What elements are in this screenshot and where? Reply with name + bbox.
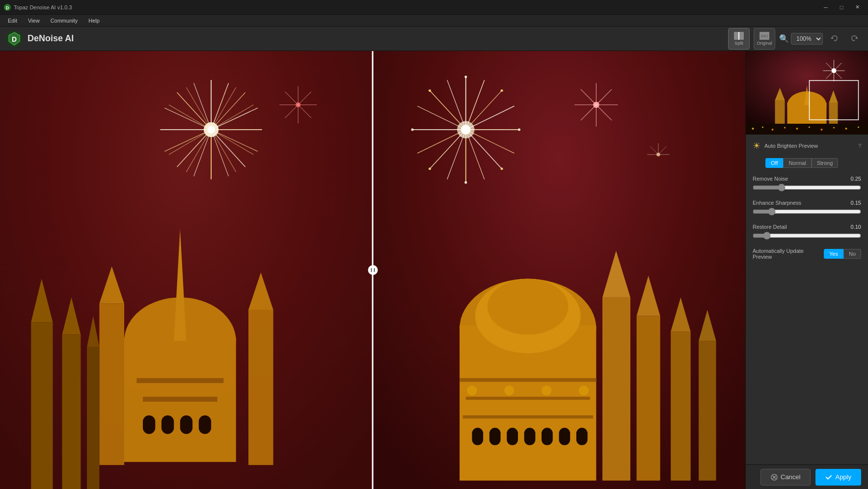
svg-point-154 <box>429 167 431 170</box>
logo-icon: D <box>6 30 23 47</box>
app-toolbar: D DeNoise AI Split IMG Original 🔍 100% 5… <box>0 27 868 51</box>
svg-point-202 <box>832 68 837 73</box>
split-handle[interactable] <box>368 265 378 275</box>
svg-rect-98 <box>507 428 518 445</box>
restore-detail-header: Restore Detail 0.10 <box>753 224 861 230</box>
cancel-button[interactable]: Cancel <box>760 469 811 486</box>
toolbar-right: Split IMG Original 🔍 100% 50% 150% 200% <box>728 28 862 50</box>
undo-icon <box>830 34 839 43</box>
svg-rect-25 <box>199 415 211 434</box>
menu-edit[interactable]: Edit <box>3 17 22 25</box>
svg-rect-94 <box>466 397 590 400</box>
svg-rect-105 <box>637 316 660 481</box>
remove-noise-header: Remove Noise 0.25 <box>753 176 861 182</box>
svg-rect-22 <box>143 415 155 434</box>
svg-rect-28 <box>62 335 81 489</box>
auto-update-label: Automatically Update Preview <box>753 248 824 260</box>
brighten-strong-button[interactable]: Strong <box>812 158 838 168</box>
svg-point-153 <box>464 181 467 184</box>
svg-text:D: D <box>12 35 17 43</box>
svg-rect-107 <box>671 331 690 481</box>
svg-rect-182 <box>746 124 868 135</box>
svg-point-158 <box>461 125 470 134</box>
zoom-icon: 🔍 <box>779 34 789 43</box>
svg-point-111 <box>467 385 477 395</box>
svg-point-150 <box>501 89 503 92</box>
title-bar: D Topaz Denoise AI v1.0.3 ─ □ ✕ <box>0 0 868 15</box>
svg-rect-103 <box>602 298 630 481</box>
svg-point-112 <box>504 385 514 395</box>
auto-update-yes-button[interactable]: Yes <box>824 249 843 259</box>
brighten-off-button[interactable]: Off <box>765 158 783 168</box>
svg-point-152 <box>501 167 503 170</box>
canvas-area[interactable] <box>0 51 745 489</box>
svg-point-191 <box>845 128 847 130</box>
redo-button[interactable] <box>846 31 862 47</box>
svg-point-192 <box>858 127 859 128</box>
svg-point-74 <box>208 126 215 134</box>
image-view <box>0 51 745 489</box>
remove-noise-label: Remove Noise <box>753 176 788 182</box>
restore-detail-value: 0.10 <box>851 224 861 230</box>
original-icon: IMG <box>760 32 769 40</box>
menu-community[interactable]: Community <box>46 17 83 25</box>
menu-help[interactable]: Help <box>83 17 105 25</box>
redo-icon <box>850 34 859 43</box>
maximize-button[interactable]: □ <box>835 2 848 12</box>
original-label: Original <box>757 41 772 46</box>
remove-noise-group: Remove Noise 0.25 <box>753 176 861 193</box>
svg-rect-4 <box>734 32 738 40</box>
split-icon <box>734 32 744 40</box>
svg-rect-109 <box>699 341 716 481</box>
restore-detail-slider[interactable] <box>753 232 861 240</box>
apply-button[interactable]: Apply <box>815 469 861 486</box>
enhance-sharpness-slider[interactable] <box>753 208 861 216</box>
zoom-select[interactable]: 100% 50% 150% 200% <box>791 33 823 45</box>
svg-rect-24 <box>180 415 192 434</box>
action-bar: Cancel Apply <box>746 464 868 489</box>
original-view-button[interactable]: IMG Original <box>754 28 775 50</box>
auto-brighten-row: ☀ Auto Brighten Preview ? <box>753 140 861 151</box>
app-logo: D DeNoise AI <box>6 30 74 47</box>
close-button[interactable]: ✕ <box>850 2 864 12</box>
yes-no-toggle: Yes No <box>824 249 861 259</box>
menu-bar: Edit View Community Help <box>0 15 868 27</box>
svg-rect-30 <box>87 347 99 489</box>
brighten-normal-button[interactable]: Normal <box>783 158 811 168</box>
split-divider[interactable] <box>372 51 374 489</box>
auto-brighten-section: ☀ Auto Brighten Preview ? Off Normal Str… <box>753 140 861 168</box>
minimize-button[interactable]: ─ <box>819 2 833 12</box>
undo-button[interactable] <box>827 31 842 47</box>
svg-rect-101 <box>559 428 570 445</box>
window-controls: ─ □ ✕ <box>819 2 864 12</box>
svg-rect-100 <box>542 428 553 445</box>
split-handle-icon <box>370 267 376 273</box>
svg-text:D: D <box>6 5 9 10</box>
main-layout: ☀ Auto Brighten Preview ? Off Normal Str… <box>0 51 868 489</box>
svg-rect-20 <box>136 378 223 383</box>
auto-brighten-label: Auto Brighten Preview <box>764 143 854 149</box>
zoom-control: 🔍 100% 50% 150% 200% <box>779 33 823 45</box>
svg-point-184 <box>762 127 763 128</box>
title-bar-left: D Topaz Denoise AI v1.0.3 <box>4 4 72 11</box>
auto-update-row: Automatically Update Preview Yes No <box>753 248 861 260</box>
split-view-button[interactable]: Split <box>728 28 750 50</box>
help-icon[interactable]: ? <box>858 143 861 149</box>
apply-icon <box>825 474 832 481</box>
app-icon-small: D <box>4 4 11 11</box>
svg-rect-93 <box>460 378 596 382</box>
svg-point-156 <box>429 89 431 92</box>
cancel-icon <box>771 474 778 481</box>
menu-view[interactable]: View <box>23 17 45 25</box>
svg-marker-10 <box>855 37 858 39</box>
remove-noise-slider[interactable] <box>753 184 861 191</box>
enhance-sharpness-header: Enhance Sharpness 0.15 <box>753 200 861 206</box>
cancel-label: Cancel <box>781 473 800 481</box>
split-label: Split <box>734 41 743 46</box>
svg-point-186 <box>784 127 786 129</box>
remove-noise-value: 0.25 <box>851 176 861 182</box>
before-image <box>0 51 373 489</box>
auto-update-no-button[interactable]: No <box>843 249 861 259</box>
window-title: Topaz Denoise AI v1.0.3 <box>14 4 72 10</box>
svg-rect-23 <box>162 415 174 434</box>
